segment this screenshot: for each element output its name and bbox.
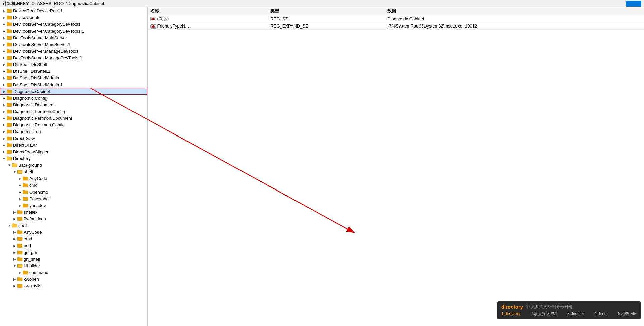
- expand-btn-diagnostic-perfmon-document[interactable]: ▶: [1, 115, 7, 121]
- maximize-button[interactable]: [626, 1, 641, 7]
- expand-btn-dfsshell-admin1[interactable]: ▶: [1, 82, 7, 87]
- expand-btn-background[interactable]: ▼: [7, 162, 12, 168]
- tree-item-shell-bg[interactable]: ▼shell: [0, 168, 147, 175]
- expand-btn-devicerect[interactable]: ▶: [1, 8, 7, 13]
- svg-rect-35: [7, 123, 9, 124]
- expand-btn-cmd-dir[interactable]: ▶: [12, 236, 17, 241]
- meaning-2[interactable]: 2.敌人投入与©: [531, 311, 557, 316]
- expand-btn-yanadev-bg[interactable]: ▶: [17, 203, 23, 208]
- expand-btn-diagnostic-cabinet[interactable]: ▶: [2, 89, 7, 94]
- tree-item-anycode-dir[interactable]: ▶AnyCode: [0, 229, 147, 235]
- tree-item-background[interactable]: ▼Background: [0, 162, 147, 168]
- expand-btn-devtoolsserver-main[interactable]: ▶: [1, 35, 7, 40]
- tree-item-yanadev-bg[interactable]: ▶yanadev: [0, 202, 147, 209]
- expand-btn-diagnostic-resmon-config[interactable]: ▶: [1, 122, 7, 127]
- tree-item-directdraw[interactable]: ▶DirectDraw: [0, 135, 147, 142]
- expand-btn-dfsshell[interactable]: ▶: [1, 62, 7, 67]
- expand-btn-diagnosticlog[interactable]: ▶: [1, 129, 7, 134]
- tree-item-cmd-bg[interactable]: ▶cmd: [0, 182, 147, 188]
- expand-btn-directdrawclipper[interactable]: ▶: [1, 149, 7, 154]
- expand-btn-devtoolsserver-category1[interactable]: ▶: [1, 28, 7, 34]
- tree-item-cmd-dir[interactable]: ▶cmd: [0, 235, 147, 242]
- meaning-4[interactable]: 4.direct: [594, 311, 607, 316]
- expand-btn-opencmd-bg[interactable]: ▶: [17, 189, 23, 195]
- tree-item-dfsshell-admin1[interactable]: ▶DfsShell.DfsShellAdmin.1: [0, 81, 147, 88]
- tree-item-devtoolsserver-manage[interactable]: ▶DevToolsServer.ManageDevTools: [0, 48, 147, 54]
- tree-item-diagnostic-document[interactable]: ▶Diagnostic.Document: [0, 101, 147, 108]
- tree-item-shellex[interactable]: ▶shellex: [0, 209, 147, 215]
- tree-item-anycode-bg[interactable]: ▶AnyCode: [0, 175, 147, 182]
- tree-item-devicerect[interactable]: ▶DeviceRect.DeviceRect.1: [0, 7, 147, 14]
- expand-btn-devtoolsserver-main1[interactable]: ▶: [1, 42, 7, 47]
- tree-item-diagnostic-perfmon-document[interactable]: ▶Diagnostic.Perfmon.Document: [0, 115, 147, 121]
- svg-rect-73: [17, 237, 20, 238]
- table-row[interactable]: abFriendlyTypeN...REG_EXPAND_SZ@%SystemR…: [148, 23, 644, 30]
- tree-item-dfsshell[interactable]: ▶DfsShell.DfsShell: [0, 61, 147, 68]
- expand-btn-shell-bg[interactable]: ▼: [12, 169, 17, 174]
- tree-label-shell-bg: shell: [24, 169, 33, 174]
- expand-btn-kwplaylist[interactable]: ▶: [12, 283, 17, 288]
- expand-btn-git-gui[interactable]: ▶: [12, 250, 17, 255]
- tree-item-diagnostic-perfmon-config[interactable]: ▶Diagnostic.Perfmon.Config: [0, 108, 147, 115]
- expand-btn-diagnostic-perfmon-config[interactable]: ▶: [1, 109, 7, 114]
- tree-item-hbuilder[interactable]: ▼Hbuilder: [0, 262, 147, 269]
- tree-item-devtoolsserver-main[interactable]: ▶DevToolsServer.MainServer: [0, 34, 147, 41]
- tree-item-diagnosticlog[interactable]: ▶DiagnosticLog: [0, 128, 147, 135]
- expand-btn-kwopen[interactable]: ▶: [12, 276, 17, 282]
- meaning-5[interactable]: 5.地热: [618, 311, 629, 316]
- tree-item-devtoolsserver-category[interactable]: ▶DevToolsServer.CategoryDevTools: [0, 21, 147, 28]
- expand-btn-dfsshell-admin[interactable]: ▶: [1, 75, 7, 80]
- tree-label-devtoolsserver-category: DevToolsServer.CategoryDevTools: [13, 22, 80, 27]
- tree-item-dfsshell-admin[interactable]: ▶DfsShell.DfsShellAdmin: [0, 74, 147, 81]
- expand-btn-dfsshell1[interactable]: ▶: [1, 68, 7, 74]
- nav-arrows[interactable]: ◀▶: [631, 311, 637, 316]
- expand-btn-directory[interactable]: ▼: [1, 156, 7, 161]
- expand-btn-diagnostic-config[interactable]: ▶: [1, 95, 7, 101]
- tree-item-opencmd-bg[interactable]: ▶Opencmd: [0, 188, 147, 195]
- meaning-3[interactable]: 3.director: [567, 311, 584, 316]
- tree-item-devtoolsserver-manage1[interactable]: ▶DevToolsServer.ManageDevTools.1: [0, 54, 147, 61]
- tree-item-git-gui[interactable]: ▶git_gui: [0, 249, 147, 256]
- expand-btn-command[interactable]: ▶: [17, 270, 23, 275]
- expand-btn-powershell-bg[interactable]: ▶: [17, 196, 23, 201]
- expand-btn-diagnostic-document[interactable]: ▶: [1, 102, 7, 107]
- expand-btn-devtoolsserver-manage[interactable]: ▶: [1, 48, 7, 54]
- tree-item-kwplaylist[interactable]: ▶kwplaylist: [0, 282, 147, 289]
- tooltip-info: ⓘ 更多英文补全(分号+回): [526, 304, 572, 310]
- expand-btn-cmd-bg[interactable]: ▶: [17, 182, 23, 188]
- expand-btn-devtoolsserver-manage1[interactable]: ▶: [1, 55, 7, 60]
- tree-item-diagnostic-resmon-config[interactable]: ▶Diagnostic.Resmon.Config: [0, 121, 147, 128]
- tree-item-diagnostic-cabinet[interactable]: ▶Diagnostic.Cabinet: [0, 88, 147, 95]
- expand-btn-git-shell[interactable]: ▶: [12, 256, 17, 262]
- expand-btn-defaulticon[interactable]: ▶: [12, 216, 17, 221]
- expand-btn-deviceupdate[interactable]: ▶: [1, 15, 7, 20]
- tree-item-devtoolsserver-main1[interactable]: ▶DevToolsServer.MainServer.1: [0, 41, 147, 48]
- expand-btn-shell-dir[interactable]: ▼: [7, 223, 12, 228]
- expand-btn-anycode-dir[interactable]: ▶: [12, 229, 17, 235]
- tree-item-command[interactable]: ▶command: [0, 269, 147, 276]
- tree-label-shellex: shellex: [24, 210, 37, 215]
- tree-item-powershell-bg[interactable]: ▶Powershell: [0, 195, 147, 202]
- tree-item-diagnostic-config[interactable]: ▶Diagnostic.Config: [0, 95, 147, 101]
- tree-item-deviceupdate[interactable]: ▶DeviceUpdate: [0, 14, 147, 21]
- expand-btn-directdraw7[interactable]: ▶: [1, 142, 7, 148]
- meaning-1[interactable]: 1.directory: [501, 311, 520, 316]
- tree-item-devtoolsserver-category1[interactable]: ▶DevToolsServer.CategoryDevTools.1: [0, 28, 147, 34]
- expand-btn-hbuilder[interactable]: ▼: [12, 263, 17, 268]
- tree-item-directdraw7[interactable]: ▶DirectDraw7: [0, 142, 147, 148]
- expand-btn-directdraw[interactable]: ▶: [1, 135, 7, 141]
- tree-item-find-dir[interactable]: ▶find: [0, 242, 147, 249]
- table-row[interactable]: ab(默认)REG_SZDiagnostic Cabinet: [148, 15, 644, 23]
- tree-item-kwopen[interactable]: ▶kwopen: [0, 276, 147, 282]
- tree-item-directdrawclipper[interactable]: ▶DirectDrawClipper: [0, 148, 147, 155]
- expand-btn-find-dir[interactable]: ▶: [12, 243, 17, 248]
- folder-icon-devtoolsserver-category1: [7, 29, 12, 33]
- tree-item-defaulticon[interactable]: ▶DefaultIcon: [0, 215, 147, 222]
- expand-btn-anycode-bg[interactable]: ▶: [17, 176, 23, 181]
- tree-item-shell-dir[interactable]: ▼shell: [0, 222, 147, 229]
- expand-btn-shellex[interactable]: ▶: [12, 209, 17, 215]
- tree-item-dfsshell1[interactable]: ▶DfsShell.DfsShell.1: [0, 68, 147, 74]
- tree-item-git-shell[interactable]: ▶git_shell: [0, 256, 147, 262]
- tree-item-directory[interactable]: ▼Directory: [0, 155, 147, 162]
- expand-btn-devtoolsserver-category[interactable]: ▶: [1, 21, 7, 27]
